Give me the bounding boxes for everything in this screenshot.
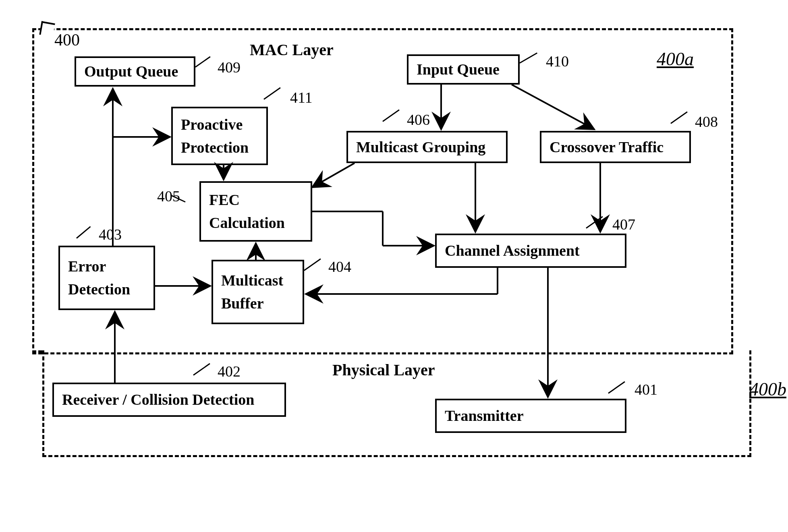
- box-receiver-collision: Receiver / Collision Detection: [52, 383, 286, 417]
- ref-400: 400: [54, 30, 80, 50]
- ref-408: 408: [695, 113, 718, 130]
- ref-411: 411: [290, 89, 313, 106]
- transmitter-label: Transmitter: [445, 404, 617, 427]
- box-channel-assignment: Channel Assignment: [435, 234, 626, 268]
- ref-410: 410: [546, 52, 569, 70]
- fec-l1: FEC: [209, 188, 303, 211]
- multicast-grouping-label: Multicast Grouping: [356, 136, 498, 159]
- box-multicast-grouping: Multicast Grouping: [346, 131, 508, 163]
- ref-407: 407: [612, 215, 635, 233]
- ref-400a: 400a: [657, 48, 694, 70]
- box-fec-calculation: FEC Calculation: [199, 181, 312, 242]
- input-queue-label: Input Queue: [417, 58, 510, 81]
- physical-layer-title: Physical Layer: [332, 360, 435, 379]
- corner-notch: [39, 21, 55, 37]
- mbuf-l1: Multicast: [221, 269, 294, 292]
- box-transmitter: Transmitter: [435, 399, 626, 433]
- mbuf-l2: Buffer: [221, 292, 294, 315]
- proactive-l1: Proactive: [181, 113, 258, 136]
- error-l2: Detection: [68, 278, 145, 301]
- output-queue-label: Output Queue: [84, 60, 186, 83]
- ref-402: 402: [218, 362, 241, 380]
- diagram-container: 400 MAC Layer 400a Physical Layer 400b O…: [32, 28, 757, 471]
- box-crossover-traffic: Crossover Traffic: [540, 131, 691, 163]
- ref-400b: 400b: [749, 379, 786, 400]
- fec-l2: Calculation: [209, 211, 303, 234]
- box-multicast-buffer: Multicast Buffer: [212, 260, 304, 324]
- receiver-collision-label: Receiver / Collision Detection: [62, 388, 276, 411]
- box-proactive-protection: Proactive Protection: [171, 107, 268, 165]
- crossover-traffic-label: Crossover Traffic: [550, 136, 681, 159]
- ref-405: 405: [157, 187, 180, 205]
- mac-layer-title: MAC Layer: [250, 40, 334, 59]
- ref-406: 406: [407, 111, 430, 128]
- ref-409: 409: [218, 58, 241, 76]
- channel-assignment-label: Channel Assignment: [445, 239, 617, 262]
- ref-403: 403: [99, 226, 122, 243]
- ref-401: 401: [635, 381, 657, 398]
- physical-layer-notch: [32, 350, 42, 352]
- ref-404: 404: [328, 258, 351, 275]
- box-input-queue: Input Queue: [407, 54, 520, 85]
- proactive-l2: Protection: [181, 136, 258, 159]
- box-error-detection: Error Detection: [58, 246, 155, 310]
- box-output-queue: Output Queue: [75, 56, 195, 87]
- error-l1: Error: [68, 255, 145, 278]
